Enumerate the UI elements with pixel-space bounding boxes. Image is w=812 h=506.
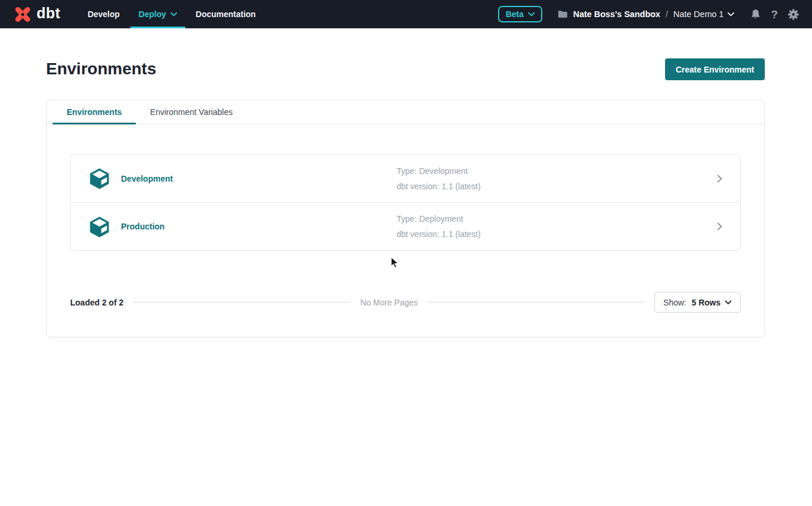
nav-item-documentation[interactable]: Documentation bbox=[186, 0, 266, 28]
page-header: Environments Create Environment bbox=[0, 28, 812, 80]
help-button[interactable]: ? bbox=[770, 8, 779, 21]
nav-item-deploy-label: Deploy bbox=[139, 9, 166, 19]
environment-type: Type: Deployment bbox=[397, 214, 480, 224]
chevron-down-icon bbox=[171, 12, 177, 17]
loaded-count: Loaded 2 of 2 bbox=[70, 298, 123, 307]
environment-type: Type: Development bbox=[397, 166, 480, 176]
chevron-down-icon bbox=[725, 300, 732, 305]
question-mark-icon: ? bbox=[771, 9, 778, 20]
create-environment-button[interactable]: Create Environment bbox=[665, 58, 765, 80]
notifications-button[interactable] bbox=[749, 8, 762, 21]
environment-dbt-version: dbt version: 1.1 (latest) bbox=[397, 182, 480, 191]
environment-list: Development Type: Development dbt versio… bbox=[70, 154, 741, 251]
folder-icon bbox=[558, 10, 568, 18]
no-more-pages-label: No More Pages bbox=[361, 298, 418, 307]
primary-nav: Develop Deploy Documentation bbox=[78, 0, 265, 28]
environment-details: Type: Deployment dbt version: 1.1 (lates… bbox=[397, 214, 480, 239]
nav-right: Beta Nate Boss's Sandbox / Nate Demo 1 bbox=[498, 6, 800, 22]
tab-environment-variables[interactable]: Environment Variables bbox=[136, 100, 247, 124]
top-nav: dbt Develop Deploy Documentation Beta bbox=[0, 0, 812, 28]
chevron-down-icon bbox=[528, 12, 535, 17]
tab-environments-label: Environments bbox=[67, 107, 122, 117]
account-selector[interactable]: Nate Boss's Sandbox bbox=[558, 9, 660, 19]
tab-bar: Environments Environment Variables bbox=[47, 100, 764, 124]
project-selector[interactable]: Nate Demo 1 bbox=[673, 9, 734, 19]
pagination-footer: Loaded 2 of 2 No More Pages Show: 5 Rows bbox=[70, 292, 741, 313]
page-title: Environments bbox=[46, 59, 156, 79]
environment-details: Type: Development dbt version: 1.1 (late… bbox=[397, 166, 480, 191]
dbt-logo[interactable]: dbt bbox=[13, 5, 60, 24]
beta-dropdown-button[interactable]: Beta bbox=[498, 6, 542, 22]
chevron-right-icon bbox=[717, 222, 722, 231]
nav-item-develop[interactable]: Develop bbox=[78, 0, 129, 28]
environment-dbt-version: dbt version: 1.1 (latest) bbox=[397, 229, 480, 239]
environment-row-development[interactable]: Development Type: Development dbt versio… bbox=[71, 155, 740, 202]
breadcrumb-separator: / bbox=[666, 9, 668, 19]
chevron-right-icon bbox=[717, 175, 722, 183]
divider-line bbox=[133, 302, 350, 303]
dbt-logo-icon bbox=[13, 5, 32, 24]
nav-item-deploy[interactable]: Deploy bbox=[129, 0, 186, 28]
environment-name-link[interactable]: Production bbox=[121, 222, 165, 231]
environment-name-link[interactable]: Development bbox=[121, 174, 173, 183]
dbt-logo-text: dbt bbox=[37, 5, 60, 22]
environment-cube-icon bbox=[89, 167, 110, 189]
account-name: Nate Boss's Sandbox bbox=[573, 9, 660, 19]
environments-card: Environments Environment Variables Devel… bbox=[46, 100, 765, 337]
beta-label: Beta bbox=[506, 9, 523, 19]
divider-line bbox=[428, 302, 644, 303]
show-rows-dropdown[interactable]: Show: 5 Rows bbox=[654, 292, 741, 313]
gear-icon bbox=[788, 9, 799, 20]
tab-environments[interactable]: Environments bbox=[53, 100, 136, 124]
nav-item-develop-label: Develop bbox=[87, 9, 119, 19]
breadcrumb: Nate Boss's Sandbox / Nate Demo 1 bbox=[558, 9, 734, 19]
environment-cube-icon bbox=[89, 216, 110, 238]
bell-icon bbox=[751, 9, 761, 20]
settings-button[interactable] bbox=[787, 8, 800, 21]
nav-item-documentation-label: Documentation bbox=[196, 9, 256, 19]
project-name: Nate Demo 1 bbox=[673, 9, 723, 19]
chevron-down-icon bbox=[728, 12, 734, 17]
nav-icon-buttons: ? bbox=[749, 8, 800, 21]
show-rows-value: 5 Rows bbox=[692, 298, 721, 307]
tab-environment-variables-label: Environment Variables bbox=[150, 107, 233, 117]
show-label: Show: bbox=[663, 298, 686, 307]
environment-row-production[interactable]: Production Type: Deployment dbt version:… bbox=[71, 202, 740, 250]
